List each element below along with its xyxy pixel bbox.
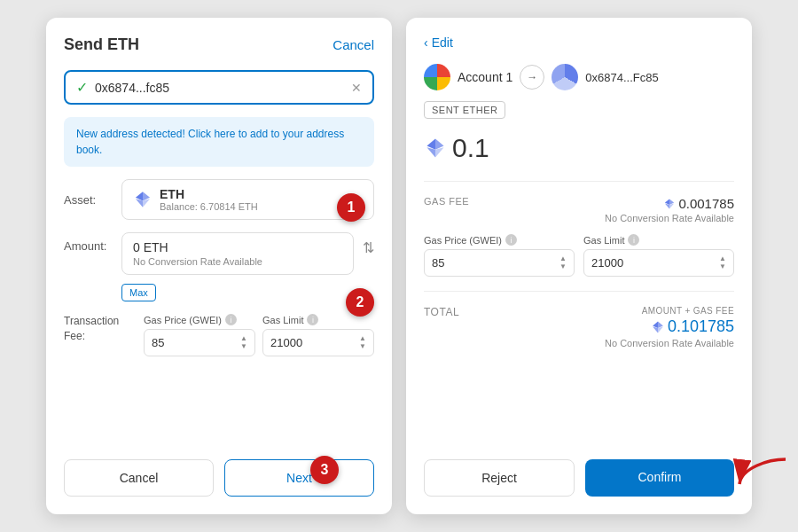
bubble-3: 3 (310, 456, 339, 484)
asset-label: Asset: (64, 193, 113, 207)
total-row: TOTAL AMOUNT + GAS FEE 0.101785 No Conve… (424, 306, 734, 348)
right-gas-limit-label-row: Gas Limit i (583, 234, 734, 246)
eth-fee-icon (663, 198, 676, 210)
arrow-icon: → (520, 65, 544, 90)
eth-total-icon (651, 320, 665, 334)
total-right: AMOUNT + GAS FEE 0.101785 No Conversion … (605, 306, 734, 348)
gas-fee-row: GAS FEE 0.001785 No Conversion Rate Avai… (424, 196, 734, 223)
edit-back-link[interactable]: ‹ Edit (424, 35, 734, 50)
account-name: Account 1 (458, 70, 512, 84)
gas-price-down[interactable]: ▼ (240, 343, 247, 350)
gas-limit-info-icon[interactable]: i (307, 314, 318, 325)
right-gas-price-label-row: Gas Price (GWEI) i (424, 234, 575, 246)
confirm-panel: ‹ Edit Account 1 → 0x6874...Fc85 SENT ET… (406, 18, 752, 514)
gas-price-stepper[interactable]: ▲ ▼ (240, 335, 247, 350)
bubble-2: 2 (346, 288, 374, 317)
edit-label: Edit (432, 35, 453, 50)
gas-limit-group: Gas Limit i 21000 ▲ ▼ (262, 314, 374, 356)
gas-limit-value: 21000 (270, 336, 302, 349)
gas-fee-sub: No Conversion Rate Available (605, 213, 734, 223)
gas-fee-value: 0.001785 (605, 196, 734, 211)
amount-input-wrapper[interactable]: 0 ETH No Conversion Rate Available (121, 232, 354, 275)
total-label: TOTAL (424, 306, 459, 318)
gas-limit-label: Gas Limit (262, 315, 303, 325)
gas-inputs: Gas Price (GWEI) i 85 ▲ ▼ Gas Limit i (144, 314, 374, 356)
amount-row: Amount: 0 ETH No Conversion Rate Availab… (64, 232, 374, 301)
eth-logo-icon (133, 190, 153, 209)
gas-fee-right: 0.001785 No Conversion Rate Available (605, 196, 734, 223)
panel-header: Send ETH Cancel (64, 35, 374, 54)
gas-price-group: Gas Price (GWEI) i 85 ▲ ▼ (144, 314, 255, 356)
panel-title: Send ETH (64, 35, 139, 54)
asset-name: ETH (160, 187, 345, 201)
right-gas-limit-info-icon[interactable]: i (628, 234, 639, 246)
amount-big-row: 0.1 (424, 133, 734, 163)
right-gas-price-up[interactable]: ▲ (559, 255, 567, 262)
right-gas-limit-value: 21000 (591, 256, 623, 270)
gas-limit-up[interactable]: ▲ (359, 335, 366, 342)
gas-price-info-icon[interactable]: i (225, 314, 237, 325)
gas-price-label-row: Gas Price (GWEI) i (144, 314, 255, 325)
confirm-button[interactable]: Confirm (585, 459, 734, 497)
cancel-button[interactable]: Cancel (64, 459, 214, 497)
asset-select[interactable]: ETH Balance: 6.70814 ETH ▼ (121, 179, 374, 220)
amountgas-label: AMOUNT + GAS FEE (605, 306, 734, 316)
amount-big-value: 0.1 (452, 133, 489, 163)
right-gas-price-info-icon[interactable]: i (505, 234, 517, 246)
gas-price-label: Gas Price (GWEI) (144, 315, 222, 325)
tx-fee-label: Transaction Fee: (64, 314, 135, 344)
total-value: 0.101785 (605, 317, 734, 336)
amount-value: 0 ETH (133, 240, 342, 254)
account-avatar-from (424, 64, 450, 90)
chevron-left-icon: ‹ (424, 35, 428, 50)
divider-1 (424, 181, 734, 182)
gas-price-up[interactable]: ▲ (240, 335, 247, 342)
asset-info: ETH Balance: 6.70814 ETH (160, 187, 345, 212)
sent-badge: SENT ETHER (424, 101, 505, 119)
bubble-1: 1 (337, 193, 365, 222)
right-gas-price-group: Gas Price (GWEI) i 85 ▲ ▼ (424, 234, 575, 277)
tx-fee-row: Transaction Fee: Gas Price (GWEI) i 85 ▲… (64, 314, 374, 356)
gas-fee-label: GAS FEE (424, 196, 469, 207)
gas-price-input[interactable]: 85 ▲ ▼ (144, 329, 255, 356)
reject-button[interactable]: Reject (424, 459, 575, 497)
dest-address: 0x6874...Fc85 (585, 71, 658, 84)
gas-limit-stepper[interactable]: ▲ ▼ (359, 335, 366, 350)
right-gas-limit-stepper[interactable]: ▲ ▼ (719, 255, 726, 270)
gas-limit-down[interactable]: ▼ (359, 343, 366, 350)
send-eth-panel: Send ETH Cancel ✓ 0x6874...fc85 ✕ New ad… (46, 18, 392, 514)
gas-limit-input[interactable]: 21000 ▲ ▼ (262, 329, 374, 356)
address-check-icon: ✓ (76, 79, 88, 96)
gas-price-value: 85 (152, 336, 164, 349)
max-button[interactable]: Max (121, 284, 156, 301)
right-gas-price-label: Gas Price (GWEI) (424, 235, 502, 246)
accounts-row: Account 1 → 0x6874...Fc85 (424, 64, 734, 90)
right-gas-price-input[interactable]: 85 ▲ ▼ (424, 249, 575, 277)
asset-balance: Balance: 6.70814 ETH (160, 201, 345, 212)
address-display: 0x6874...fc85 (95, 81, 344, 95)
swap-icon[interactable]: ⇅ (363, 232, 374, 256)
amount-label: Amount: (64, 232, 113, 253)
red-arrow-icon (732, 450, 794, 495)
next-button[interactable]: Next (224, 459, 374, 497)
header-cancel-link[interactable]: Cancel (332, 37, 374, 52)
asset-row: Asset: ETH Balance: 6.70814 ETH ▼ (64, 179, 374, 220)
address-input-row: ✓ 0x6874...fc85 ✕ (64, 70, 374, 105)
right-gas-price-stepper[interactable]: ▲ ▼ (559, 255, 567, 270)
eth-icon-big (424, 137, 447, 160)
right-gas-limit-down[interactable]: ▼ (719, 263, 726, 270)
right-gas-limit-label: Gas Limit (583, 235, 624, 246)
gas-settings-row: Gas Price (GWEI) i 85 ▲ ▼ Gas Limit i 21… (424, 234, 734, 277)
address-clear-icon[interactable]: ✕ (351, 81, 362, 95)
right-gas-price-value: 85 (432, 256, 444, 270)
right-gas-price-down[interactable]: ▼ (559, 263, 567, 270)
total-sub: No Conversion Rate Available (605, 338, 734, 348)
amount-sub: No Conversion Rate Available (133, 256, 342, 267)
account-avatar-to (552, 64, 578, 90)
right-gas-limit-group: Gas Limit i 21000 ▲ ▼ (583, 234, 734, 277)
notice-box[interactable]: New address detected! Click here to add … (64, 117, 374, 167)
right-bottom-buttons: Reject Confirm (424, 459, 734, 497)
right-gas-limit-up[interactable]: ▲ (719, 255, 726, 262)
right-gas-limit-input[interactable]: 21000 ▲ ▼ (583, 249, 734, 277)
divider-2 (424, 291, 734, 292)
